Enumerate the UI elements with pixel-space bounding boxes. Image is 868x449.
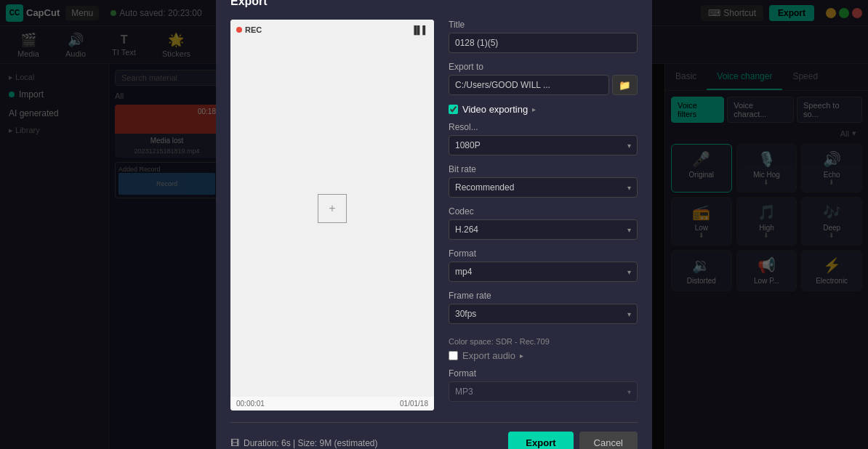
duration-info: 🎞 Duration: 6s | Size: 9M (estimated) (230, 438, 378, 448)
audio-format-label: Format (449, 368, 638, 379)
video-section-header: Video exporting ▸ (449, 104, 638, 115)
rec-label: REC (245, 25, 262, 34)
framerate-label: Frame rate (449, 291, 638, 301)
rec-dot (236, 27, 242, 33)
battery-icon: ▐▌▌ (411, 25, 428, 34)
title-label: Title (449, 20, 638, 30)
audio-format-chevron: ▾ (627, 388, 631, 396)
crosshair (318, 194, 347, 223)
preview-time-start: 00:00:01 (236, 400, 265, 408)
color-space-info: Color space: SDR - Rec.709 (449, 333, 638, 350)
export-preview: REC ▐▌▌ 00:00:01 01/01/18 (230, 20, 434, 410)
framerate-value: 30fps (455, 309, 476, 319)
format-select[interactable]: mp4 ▾ (449, 262, 638, 282)
framerate-chevron: ▾ (627, 310, 631, 318)
framerate-row: Frame rate 30fps ▾ (449, 291, 638, 324)
video-section-badge: ▸ (532, 105, 536, 113)
audio-format-select[interactable]: MP3 ▾ (449, 381, 638, 402)
audio-section-title: Export audio (462, 350, 515, 361)
codec-label: Codec (449, 206, 638, 217)
resolution-select[interactable]: 1080P ▾ (449, 135, 638, 155)
dialog-title: Export (230, 0, 638, 8)
exportto-path[interactable]: C:/Users/GOOD WILL ... (449, 75, 609, 95)
codec-value: H.264 (455, 224, 478, 235)
audio-format-row: Format MP3 ▾ (449, 368, 638, 402)
bitrate-value: Recommended (455, 182, 514, 193)
dialog-body: REC ▐▌▌ 00:00:01 01/01/18 Title 0128 (1)… (230, 20, 638, 410)
title-input[interactable]: 0128 (1)(5) (449, 33, 638, 53)
audio-format-value: MP3 (455, 387, 473, 397)
resolution-label: Resol... (449, 122, 638, 132)
title-row: Title 0128 (1)(5) (449, 20, 638, 53)
bitrate-chevron: ▾ (627, 184, 631, 192)
exportto-value: C:/Users/GOOD WILL ... (455, 80, 550, 90)
dialog-overlay: Export REC ▐▌▌ 00:00:01 01/01/18 (0, 0, 868, 449)
codec-row: Codec H.264 ▾ (449, 206, 638, 240)
export-button[interactable]: Export (508, 432, 573, 449)
audio-checkbox[interactable] (449, 351, 458, 360)
audio-section-header: Export audio ▸ (449, 350, 638, 361)
video-checkbox[interactable] (449, 105, 458, 114)
rec-badge: REC (236, 25, 262, 34)
format-chevron: ▾ (627, 268, 631, 276)
format-value: mp4 (455, 267, 472, 277)
bitrate-row: Bit rate Recommended ▾ (449, 164, 638, 198)
exportto-row: Export to C:/Users/GOOD WILL ... 📁 (449, 62, 638, 95)
exportto-input-row: C:/Users/GOOD WILL ... 📁 (449, 75, 638, 95)
resolution-value: 1080P (455, 140, 481, 150)
export-dialog: Export REC ▐▌▌ 00:00:01 01/01/18 (216, 0, 652, 449)
export-form: Title 0128 (1)(5) Export to C:/Users/GOO… (449, 20, 638, 410)
folder-button[interactable]: 📁 (612, 75, 638, 95)
film-icon: 🎞 (230, 438, 239, 448)
cancel-button[interactable]: Cancel (579, 432, 638, 449)
bitrate-label: Bit rate (449, 164, 638, 174)
resolution-chevron: ▾ (627, 142, 631, 150)
footer-buttons: Export Cancel (508, 432, 638, 449)
codec-chevron: ▾ (627, 226, 631, 234)
exportto-label: Export to (449, 62, 638, 72)
preview-footer: 00:00:01 01/01/18 (230, 397, 434, 410)
title-value: 0128 (1)(5) (455, 38, 498, 48)
codec-select[interactable]: H.264 ▾ (449, 219, 638, 240)
preview-time-end: 01/01/18 (400, 400, 428, 408)
framerate-select[interactable]: 30fps ▾ (449, 304, 638, 324)
duration-text: Duration: 6s | Size: 9M (estimated) (244, 438, 378, 448)
bitrate-select[interactable]: Recommended ▾ (449, 177, 638, 198)
audio-section-badge: ▸ (520, 352, 523, 360)
resolution-row: Resol... 1080P ▾ (449, 122, 638, 155)
format-label: Format (449, 248, 638, 259)
video-section-title: Video exporting (462, 104, 528, 115)
format-row: Format mp4 ▾ (449, 248, 638, 282)
dialog-footer: 🎞 Duration: 6s | Size: 9M (estimated) Ex… (230, 422, 638, 449)
preview-inner: REC ▐▌▌ (230, 20, 434, 397)
